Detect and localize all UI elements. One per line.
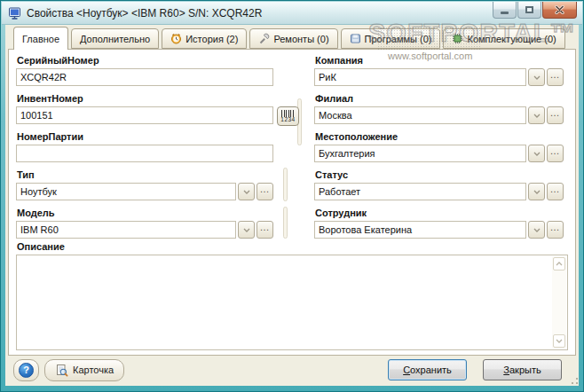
chevron-down-icon: [243, 190, 250, 194]
dialog-body: Главное Дополнительно История (2): [5, 25, 579, 386]
chip-icon: [452, 33, 463, 44]
batch-number-field: НомерПартии: [16, 130, 273, 162]
chevron-up-icon: [556, 262, 563, 266]
employee-browse-button[interactable]: …: [547, 221, 564, 239]
status-input[interactable]: [314, 183, 526, 200]
serial-number-label: СерийныйНомер: [16, 54, 273, 68]
close-button-accesskey: З: [503, 365, 509, 375]
minimize-button[interactable]: [493, 2, 517, 19]
ellipsis-icon: …: [260, 184, 271, 194]
status-field: Статус …: [314, 169, 564, 200]
employee-field: Сотрудник …: [314, 207, 564, 239]
close-button[interactable]: [542, 2, 577, 19]
branch-field: Филиал …: [314, 92, 564, 124]
tab-history[interactable]: История (2): [162, 28, 247, 49]
status-browse-button[interactable]: …: [547, 183, 564, 200]
close-button-label: акрыть: [509, 365, 541, 375]
status-dropdown-button[interactable]: [528, 183, 545, 200]
serial-number-field: СерийныйНомер: [16, 54, 273, 86]
ellipsis-icon: …: [550, 145, 561, 156]
branch-browse-button[interactable]: …: [547, 106, 564, 124]
company-browse-button[interactable]: …: [547, 68, 564, 86]
description-field: Описание: [16, 240, 568, 350]
company-label: Компания: [314, 54, 564, 68]
model-input[interactable]: [16, 221, 236, 239]
layout-splitter[interactable]: [283, 168, 288, 201]
batch-number-input[interactable]: [16, 145, 273, 162]
close-icon: [555, 5, 564, 14]
footer-bar: ? Карточка Сохранить Закрыть: [8, 356, 576, 384]
card-button-label: Карточка: [73, 365, 114, 375]
properties-dialog: Свойства <Ноутбук> <IBM R60> S/N: XCQR42…: [0, 0, 584, 392]
scroll-down-button[interactable]: [553, 334, 565, 348]
window-monitor-icon: [8, 6, 22, 20]
save-button-label: охранить: [410, 365, 452, 375]
model-dropdown-button[interactable]: [238, 221, 255, 239]
tab-components[interactable]: Комплектующие (0): [443, 28, 564, 49]
ellipsis-icon: …: [550, 69, 561, 80]
branch-dropdown-button[interactable]: [528, 106, 545, 124]
status-label: Статус: [314, 169, 564, 183]
inventory-number-label: ИнвентНомер: [16, 92, 273, 106]
tab-label: Комплектующие (0): [467, 34, 556, 44]
company-field: Компания …: [314, 54, 564, 86]
type-dropdown-button[interactable]: [238, 183, 255, 200]
tab-additional[interactable]: Дополнительно: [71, 28, 159, 49]
description-textarea[interactable]: [18, 256, 552, 349]
inventory-number-input[interactable]: [16, 106, 273, 124]
minimize-icon: [501, 12, 509, 14]
scroll-up-button[interactable]: [553, 257, 565, 270]
chevron-down-icon: [243, 228, 250, 232]
tab-main[interactable]: Главное: [13, 27, 68, 50]
chevron-down-icon: [533, 190, 541, 194]
model-browse-button[interactable]: …: [256, 221, 273, 239]
tab-repairs[interactable]: Ремонты (0): [249, 28, 337, 49]
type-label: Тип: [16, 169, 273, 183]
description-scrollbar[interactable]: [552, 256, 566, 349]
close-dialog-button[interactable]: Закрыть: [483, 359, 562, 380]
description-label: Описание: [16, 240, 568, 255]
branch-input[interactable]: [314, 106, 526, 124]
location-dropdown-button[interactable]: [528, 145, 545, 162]
help-button[interactable]: ?: [13, 359, 39, 381]
location-browse-button[interactable]: …: [547, 145, 564, 162]
resize-grip[interactable]: [569, 375, 578, 384]
tab-label: Главное: [22, 34, 59, 44]
help-icon: ?: [19, 363, 34, 378]
tab-label: История (2): [185, 34, 238, 44]
ellipsis-icon: …: [550, 184, 561, 194]
chevron-down-icon: [533, 228, 541, 232]
barcode-button[interactable]: 1234: [277, 106, 299, 126]
floppy-disk-icon: [350, 33, 361, 44]
location-field: Местоположение …: [314, 130, 564, 162]
location-input[interactable]: [314, 145, 526, 162]
inventory-number-field: ИнвентНомер 1234: [16, 92, 273, 124]
serial-number-input[interactable]: [16, 68, 273, 86]
layout-splitter[interactable]: [283, 207, 288, 239]
model-field: Модель …: [16, 207, 273, 239]
maximize-button[interactable]: [517, 2, 541, 19]
card-button[interactable]: Карточка: [44, 359, 124, 381]
employee-input[interactable]: [314, 221, 526, 239]
window-controls: [493, 2, 577, 19]
type-input[interactable]: [16, 183, 236, 200]
type-browse-button[interactable]: …: [256, 183, 273, 200]
ellipsis-icon: …: [260, 222, 271, 232]
window-title: Свойства <Ноутбук> <IBM R60> S/N: XCQR42…: [27, 7, 262, 20]
ellipsis-icon: …: [550, 222, 561, 232]
company-input[interactable]: [314, 68, 526, 86]
right-column: Компания … Филиал: [314, 54, 564, 245]
chevron-down-icon: [533, 75, 541, 80]
chevron-down-icon: [533, 114, 541, 118]
employee-dropdown-button[interactable]: [528, 221, 545, 239]
title-bar: Свойства <Ноутбук> <IBM R60> S/N: XCQR42…: [2, 2, 582, 25]
tab-programs[interactable]: Программы (0): [341, 28, 441, 49]
company-dropdown-button[interactable]: [528, 68, 545, 86]
save-button[interactable]: Сохранить: [388, 359, 467, 380]
batch-number-label: НомерПартии: [16, 130, 273, 145]
card-magnifier-icon: [55, 364, 68, 377]
tab-bar: Главное Дополнительно История (2): [13, 27, 565, 50]
description-box: [16, 255, 568, 350]
tab-label: Ремонты (0): [273, 34, 328, 44]
chevron-down-icon: [556, 339, 563, 343]
